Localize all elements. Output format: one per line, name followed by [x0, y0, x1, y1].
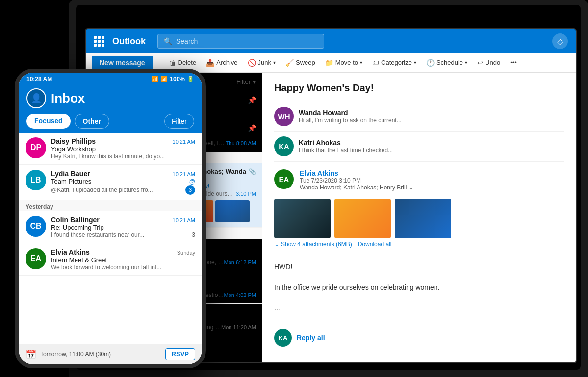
phone-list-item[interactable]: DP Daisy Phillips 10:21 AM Yoga Workshop… [19, 133, 202, 165]
attachments-info: ⌄ Show 4 attachments (6MB) Download all [274, 241, 564, 248]
sender-name: Lydia Bauer [51, 170, 90, 178]
delete-icon: 🗑 [169, 59, 176, 67]
at-mention-icon: @ [189, 178, 195, 185]
search-input[interactable] [176, 37, 318, 45]
phone-time: 10:28 AM [26, 76, 52, 82]
undo-icon: ↩ [477, 59, 483, 67]
count-label: 3 [192, 231, 195, 238]
phone-tab-focused[interactable]: Focused [26, 114, 71, 129]
body-line-1: HWD! [274, 262, 564, 272]
schedule-icon: 🕐 [426, 59, 435, 67]
sender-name: Katri Ahokas [299, 139, 564, 147]
main-email-meta: Elvia Atkins Tue 7/23/2020 3:10 PM Wanda… [300, 169, 413, 191]
phone-list-item[interactable]: LB Lydia Bauer 10:21 AM Team Pictures @ … [19, 165, 202, 200]
conversation-item[interactable]: WH Wanda Howard Hi all, I'm writing to a… [274, 102, 564, 132]
email-time: Thu 8:08 AM [226, 140, 256, 146]
download-all-link[interactable]: Download all [358, 241, 392, 248]
phone-inner: 10:28 AM 📶 📶 100% 🔋 👤 Inbox Focused Othe… [19, 73, 202, 364]
sweep-button[interactable]: 🧹 Sweep [281, 57, 319, 69]
more-options-button[interactable]: ••• [506, 57, 521, 68]
move-to-button[interactable]: 📁 Move to ▾ [321, 57, 366, 69]
reminder-text: Tomorrow, 11:00 AM (30m) [40, 351, 111, 358]
expand-recipients-icon[interactable]: ⌄ [409, 184, 413, 191]
schedule-button[interactable]: 🕐 Schedule ▾ [422, 57, 471, 69]
show-attachments-link[interactable]: ⌄ Show 4 attachments (6MB) [274, 241, 352, 248]
phone-email-list: DP Daisy Phillips 10:21 AM Yoga Workshop… [19, 133, 202, 344]
sender-name: Colin Ballinger [51, 216, 100, 224]
junk-button[interactable]: 🚫 Junk ▾ [244, 57, 280, 69]
main-email-section: EA Elvia Atkins Tue 7/23/2020 3:10 PM Wa… [274, 165, 564, 321]
email-time: 10:21 AM [173, 139, 195, 145]
filter-label: Filter [236, 78, 251, 85]
reading-pane: Happy Women's Day! WH Wanda Howard Hi al… [262, 73, 576, 362]
avatar: KA [274, 136, 294, 156]
delete-button[interactable]: 🗑 Delete [165, 57, 201, 69]
filter-button[interactable]: Filter ▾ [236, 78, 256, 89]
search-icon: 🔍 [164, 37, 172, 45]
reply-avatar: KA [274, 329, 292, 347]
reply-all-button[interactable]: Reply all [297, 334, 325, 342]
conversation-item[interactable]: KA Katri Ahokas I think that the Last ti… [274, 132, 564, 162]
attachment-thumbnail[interactable] [334, 199, 391, 238]
unread-badge: 3 [185, 185, 195, 195]
apps-icon[interactable] [94, 36, 104, 47]
new-message-button[interactable]: New message [92, 56, 153, 70]
undo-button[interactable]: ↩ Undo [473, 57, 504, 69]
attachment-icon: 📎 [249, 168, 256, 175]
phone-list-item[interactable]: CB Colin Ballinger 10:21 AM Re: Upcoming… [19, 211, 202, 243]
more-icon: ••• [510, 59, 517, 66]
battery-label: 100% [170, 76, 185, 82]
email-time: Mon 6:12 PM [224, 259, 256, 265]
sender-info: Wanda Howard Hi all, I'm writing to ask … [299, 109, 564, 124]
email-subject: Team Pictures [51, 178, 91, 185]
scene: Outlook 🔍 ◇ New message 🗑 Delete 📥 [0, 0, 588, 377]
sender-name: Elvia Atkins [300, 169, 413, 177]
email-subject: Intern Meet & Greet [51, 256, 195, 264]
avatar: CB [26, 216, 46, 237]
email-preview: Hey Katri, I know this is last minute, d… [51, 153, 195, 160]
sender-preview: I think that the Last time I checked... [299, 147, 564, 154]
email-time: Mon 11:20 AM [221, 324, 256, 330]
main-email-header: EA Elvia Atkins Tue 7/23/2020 3:10 PM Wa… [274, 165, 564, 195]
phone-list-item[interactable]: EA Elvia Atkins Sunday Intern Meet & Gre… [19, 243, 202, 276]
email-subject: Re: Upcoming Trip [51, 224, 195, 231]
categorize-button[interactable]: 🏷 Categorize ▾ [368, 57, 420, 69]
phone-profile-avatar[interactable]: 👤 [26, 88, 46, 108]
body-line-3: ... [274, 303, 564, 313]
calendar-icon: 📅 [26, 349, 36, 360]
email-time: Sunday [177, 250, 195, 256]
outlook-navbar: Outlook 🔍 ◇ [86, 29, 576, 53]
premium-icon[interactable]: ◇ [552, 33, 568, 49]
phone-filter-button[interactable]: Filter [164, 114, 194, 129]
email-preview: @Katri, I uploaded all the pictures fro.… [51, 187, 153, 193]
phone-bottom: 📅 Tomorrow, 11:00 AM (30m) RSVP [19, 344, 202, 364]
move-icon: 📁 [325, 59, 333, 67]
reading-subject: Happy Women's Day! [274, 82, 564, 94]
email-time: 3:10 PM [236, 191, 256, 197]
attachment-thumbnail[interactable] [395, 199, 451, 238]
email-content: Daisy Phillips 10:21 AM Yoga Workshop He… [51, 137, 195, 160]
sender-name: Daisy Phillips [51, 137, 96, 145]
email-preview: I found these restaurants near our... [51, 231, 144, 238]
phone-tab-other[interactable]: Other [75, 114, 109, 129]
pin-icon: 📌 [248, 124, 256, 132]
email-time: 10:21 AM [173, 171, 195, 177]
pin-icon: 📌 [248, 96, 256, 104]
reply-all-section: KA Reply all [274, 329, 564, 347]
battery-icon: 🔋 [187, 76, 194, 82]
phone-header: 👤 Inbox [19, 84, 202, 114]
rsvp-button[interactable]: RSVP [165, 348, 195, 360]
sender-info: Katri Ahokas I think that the Last time … [299, 139, 564, 154]
avatar: LB [26, 170, 46, 190]
email-preview: We look forward to welcoming our fall in… [51, 264, 195, 270]
archive-button[interactable]: 📥 Archive [202, 57, 241, 69]
categorize-icon: 🏷 [372, 59, 379, 67]
sweep-icon: 🧹 [285, 59, 294, 67]
attachment-thumbnail[interactable] [274, 199, 331, 238]
phone-section-yesterday: Yesterday [19, 200, 202, 211]
archive-icon: 📥 [206, 59, 214, 67]
email-body: HWD! In the office we pride ourselves on… [274, 254, 564, 321]
search-bar[interactable]: 🔍 [157, 34, 324, 49]
phone-tabs: Focused Other Filter [19, 114, 202, 133]
email-subject: Yoga Workshop [51, 145, 195, 153]
